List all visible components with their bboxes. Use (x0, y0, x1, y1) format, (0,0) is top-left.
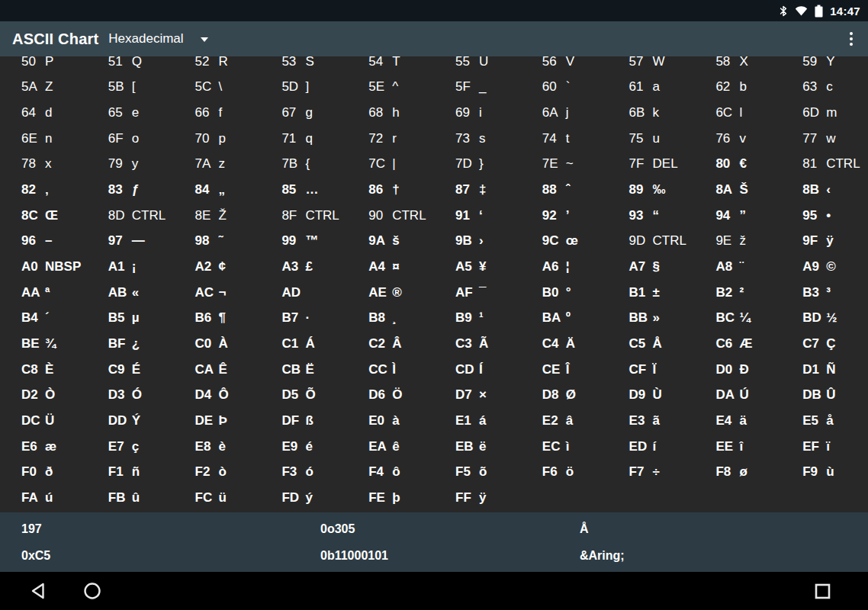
ascii-cell-A2[interactable]: A2¢ (174, 254, 261, 280)
ascii-cell-AD[interactable]: AD (260, 280, 347, 306)
ascii-cell-AC[interactable]: AC¬ (174, 280, 261, 306)
ascii-cell-99[interactable]: 99™ (260, 229, 347, 255)
ascii-cell-85[interactable]: 85… (260, 177, 347, 203)
ascii-cell-C7[interactable]: C7Ç (781, 331, 868, 357)
ascii-cell-8B[interactable]: 8B‹ (781, 177, 868, 203)
number-base-dropdown[interactable]: Hexadecimal (108, 31, 207, 47)
ascii-cell-FC[interactable]: FCü (174, 485, 261, 511)
home-button[interactable] (74, 573, 111, 609)
ascii-cell-70[interactable]: 70p (174, 126, 261, 152)
ascii-cell-89[interactable]: 89‰ (608, 177, 695, 203)
ascii-cell-EE[interactable]: EEî (694, 434, 781, 460)
ascii-cell-E5[interactable]: E5å (781, 408, 868, 434)
ascii-cell-6D[interactable]: 6Dm (781, 100, 868, 126)
ascii-cell-D2[interactable]: D2Ò (0, 383, 87, 409)
ascii-cell-7D[interactable]: 7D} (434, 152, 521, 178)
ascii-cell-98[interactable]: 98˜ (174, 229, 261, 255)
ascii-cell-51[interactable]: 51Q (87, 56, 174, 75)
ascii-cell-C1[interactable]: C1Á (260, 331, 347, 357)
ascii-cell-55[interactable]: 55U (434, 56, 521, 75)
ascii-cell-60[interactable]: 60` (521, 75, 608, 101)
back-button[interactable] (19, 573, 56, 609)
ascii-cell-97[interactable]: 97— (87, 229, 174, 255)
ascii-cell-F3[interactable]: F3ó (260, 460, 347, 486)
ascii-cell-8A[interactable]: 8AŠ (694, 177, 781, 203)
ascii-cell-B1[interactable]: B1± (608, 280, 695, 306)
ascii-cell-CF[interactable]: CFÏ (608, 357, 695, 383)
ascii-cell-BA[interactable]: BAº (521, 306, 608, 332)
ascii-cell-79[interactable]: 79y (87, 152, 174, 178)
ascii-cell-F7[interactable]: F7÷ (608, 460, 695, 486)
ascii-cell-D9[interactable]: D9Ù (608, 383, 695, 409)
ascii-cell-62[interactable]: 62b (694, 75, 781, 101)
ascii-cell-A1[interactable]: A1¡ (87, 254, 174, 280)
ascii-cell-88[interactable]: 88ˆ (521, 177, 608, 203)
ascii-cell-8C[interactable]: 8CŒ (0, 203, 87, 229)
ascii-cell-8D[interactable]: 8DCTRL (87, 203, 174, 229)
ascii-cell-84[interactable]: 84„ (174, 177, 261, 203)
ascii-cell-AE[interactable]: AE® (347, 280, 434, 306)
ascii-cell-DD[interactable]: DDÝ (87, 408, 174, 434)
ascii-cell-66[interactable]: 66f (174, 100, 261, 126)
ascii-cell-6C[interactable]: 6Cl (694, 100, 781, 126)
ascii-cell-D7[interactable]: D7× (434, 383, 521, 409)
ascii-cell-FD[interactable]: FDý (260, 485, 347, 511)
ascii-cell-72[interactable]: 72r (347, 126, 434, 152)
ascii-cell-B5[interactable]: B5µ (87, 306, 174, 332)
ascii-cell-F5[interactable]: F5õ (434, 460, 521, 486)
ascii-cell-E2[interactable]: E2â (521, 408, 608, 434)
ascii-cell-9C[interactable]: 9Cœ (521, 229, 608, 255)
ascii-cell-86[interactable]: 86† (347, 177, 434, 203)
ascii-cell-A8[interactable]: A8¨ (694, 254, 781, 280)
ascii-cell-B9[interactable]: B9¹ (434, 306, 521, 332)
ascii-cell-65[interactable]: 65e (87, 100, 174, 126)
ascii-cell-CE[interactable]: CEÎ (521, 357, 608, 383)
ascii-cell-5A[interactable]: 5AZ (0, 75, 87, 101)
ascii-cell-95[interactable]: 95• (781, 203, 868, 229)
ascii-cell-92[interactable]: 92’ (521, 203, 608, 229)
ascii-cell-F8[interactable]: F8ø (694, 460, 781, 486)
ascii-cell-81[interactable]: 81CTRL (781, 152, 868, 178)
ascii-cell-B3[interactable]: B3³ (781, 280, 868, 306)
ascii-cell-D0[interactable]: D0Ð (694, 357, 781, 383)
ascii-cell-A0[interactable]: A0NBSP (0, 254, 87, 280)
ascii-cell-5E[interactable]: 5E^ (347, 75, 434, 101)
ascii-cell-A3[interactable]: A3£ (260, 254, 347, 280)
overflow-menu-button[interactable] (847, 27, 856, 50)
ascii-cell-E8[interactable]: E8è (174, 434, 261, 460)
ascii-cell-F2[interactable]: F2ò (174, 460, 261, 486)
ascii-cell-6B[interactable]: 6Bk (608, 100, 695, 126)
ascii-cell-C5[interactable]: C5Å (608, 331, 695, 357)
ascii-cell-B6[interactable]: B6¶ (174, 306, 261, 332)
ascii-cell-6E[interactable]: 6En (0, 126, 87, 152)
ascii-cell-94[interactable]: 94” (694, 203, 781, 229)
ascii-cell-A7[interactable]: A7§ (608, 254, 695, 280)
ascii-cell-74[interactable]: 74t (521, 126, 608, 152)
ascii-cell-F9[interactable]: F9ù (781, 460, 868, 486)
ascii-cell-76[interactable]: 76v (694, 126, 781, 152)
ascii-cell-91[interactable]: 91‘ (434, 203, 521, 229)
ascii-cell-59[interactable]: 59Y (781, 56, 868, 75)
ascii-cell-D8[interactable]: D8Ø (521, 383, 608, 409)
ascii-cell-C8[interactable]: C8È (0, 357, 87, 383)
ascii-cell-7C[interactable]: 7C| (347, 152, 434, 178)
ascii-cell-CA[interactable]: CAÊ (174, 357, 261, 383)
ascii-cell-73[interactable]: 73s (434, 126, 521, 152)
ascii-cell-FB[interactable]: FBû (87, 485, 174, 511)
ascii-cell-75[interactable]: 75u (608, 126, 695, 152)
ascii-cell-D4[interactable]: D4Ô (174, 383, 261, 409)
ascii-cell-7A[interactable]: 7Az (174, 152, 261, 178)
ascii-cell-87[interactable]: 87‡ (434, 177, 521, 203)
ascii-cell-FF[interactable]: FFÿ (434, 485, 521, 511)
ascii-cell-5D[interactable]: 5D] (260, 75, 347, 101)
recents-button[interactable] (804, 573, 841, 609)
ascii-cell-ED[interactable]: EDí (608, 434, 695, 460)
ascii-cell-56[interactable]: 56V (521, 56, 608, 75)
ascii-cell-78[interactable]: 78x (0, 152, 87, 178)
ascii-cell-E9[interactable]: E9é (260, 434, 347, 460)
ascii-cell-DE[interactable]: DEÞ (174, 408, 261, 434)
ascii-cell-69[interactable]: 69i (434, 100, 521, 126)
ascii-cell-E3[interactable]: E3ã (608, 408, 695, 434)
ascii-cell-67[interactable]: 67g (260, 100, 347, 126)
ascii-cell-DC[interactable]: DCÜ (0, 408, 87, 434)
